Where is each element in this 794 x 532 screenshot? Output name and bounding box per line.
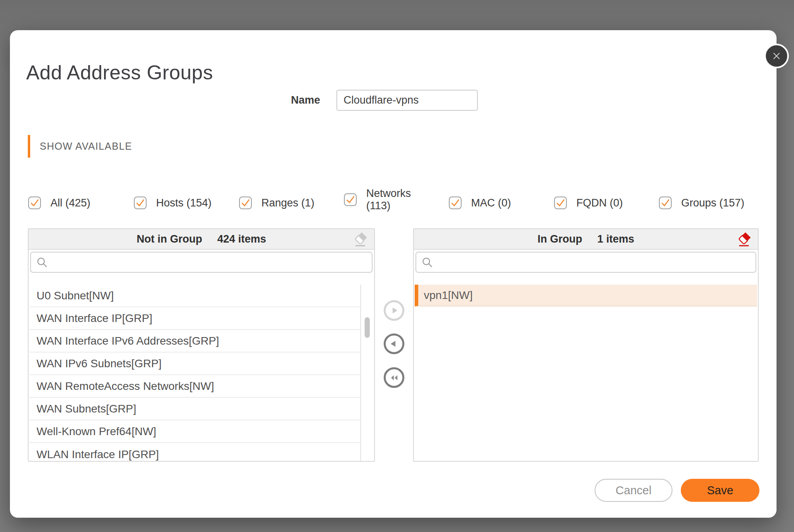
filter-checkbox-all[interactable] bbox=[28, 197, 41, 209]
in-group-panel: In Group 1 items bbox=[413, 228, 759, 462]
list-item[interactable]: Well-Known Pref64[NW] bbox=[29, 420, 360, 443]
show-available-section: SHOW AVAILABLE bbox=[28, 135, 132, 158]
list-item[interactable]: WAN RemoteAccess Networks[NW] bbox=[29, 375, 360, 398]
close-icon bbox=[771, 51, 782, 61]
eraser-icon bbox=[352, 230, 369, 248]
filter-checkbox-hosts[interactable] bbox=[134, 197, 147, 209]
not-in-group-list: U0 Subnet[NW] WAN Interface IP[GRP] WAN … bbox=[29, 279, 373, 461]
list-item[interactable]: WLAN Interface IP[GRP] bbox=[29, 443, 360, 461]
clear-in-group-button[interactable] bbox=[735, 230, 753, 249]
list-item[interactable]: WAN IPv6 Subnets[GRP] bbox=[29, 353, 360, 375]
orange-checkmark-icon bbox=[555, 198, 566, 208]
search-icon bbox=[421, 256, 434, 269]
clear-not-in-group-button[interactable] bbox=[351, 230, 369, 249]
filter-checkbox-groups[interactable] bbox=[659, 197, 672, 209]
list-item[interactable]: WAN Interface IPv6 Addresses[GRP] bbox=[29, 330, 360, 353]
filter-label: Hosts (154) bbox=[156, 197, 212, 209]
in-group-search-input[interactable] bbox=[438, 253, 751, 272]
save-button[interactable]: Save bbox=[681, 479, 759, 502]
filter-hosts[interactable]: Hosts (154) bbox=[134, 191, 212, 215]
panel-title: In Group bbox=[537, 233, 582, 245]
orange-checkmark-icon bbox=[29, 198, 40, 208]
filter-groups[interactable]: Groups (157) bbox=[659, 191, 744, 215]
filter-networks[interactable]: Networks(113) bbox=[344, 184, 411, 215]
filter-label: FQDN (0) bbox=[576, 197, 623, 209]
panel-item-count: 424 items bbox=[217, 233, 266, 245]
move-to-group-button[interactable] bbox=[384, 300, 404, 321]
filter-label: MAC (0) bbox=[471, 197, 511, 209]
scrollbar-thumb[interactable] bbox=[365, 317, 370, 338]
filter-mac[interactable]: MAC (0) bbox=[449, 191, 511, 215]
filter-label: Networks(113) bbox=[366, 187, 411, 212]
name-label: Name bbox=[232, 90, 320, 110]
close-button[interactable] bbox=[764, 44, 789, 68]
not-in-group-header: Not in Group 424 items bbox=[29, 229, 374, 250]
list-item[interactable]: WAN Interface IP[GRP] bbox=[29, 307, 360, 330]
add-address-groups-dialog: Add Address Groups Name SHOW AVAILABLE A… bbox=[10, 30, 777, 518]
section-title: SHOW AVAILABLE bbox=[40, 135, 132, 158]
orange-checkmark-icon bbox=[660, 198, 670, 208]
panel-item-count: 1 items bbox=[597, 233, 634, 245]
filter-checkbox-fqdn[interactable] bbox=[554, 197, 567, 209]
list-item-selected[interactable]: vpn1[NW] bbox=[415, 285, 757, 306]
list-item[interactable]: WAN Subnets[GRP] bbox=[29, 398, 360, 420]
scrollbar-track[interactable] bbox=[360, 285, 373, 461]
section-accent-bar bbox=[28, 135, 30, 158]
arrow-left-icon bbox=[389, 339, 399, 349]
orange-checkmark-icon bbox=[345, 195, 355, 205]
filter-checkbox-networks[interactable] bbox=[344, 193, 357, 206]
in-group-list: vpn1[NW] bbox=[415, 279, 757, 461]
panel-title: Not in Group bbox=[137, 233, 202, 245]
list-item[interactable]: U0 Subnet[NW] bbox=[29, 285, 360, 307]
eraser-icon-red bbox=[735, 230, 753, 248]
arrow-right-icon bbox=[389, 305, 399, 316]
filter-all[interactable]: All (425) bbox=[28, 191, 91, 215]
in-group-header: In Group 1 items bbox=[414, 229, 758, 250]
orange-checkmark-icon bbox=[240, 198, 251, 208]
double-arrow-left-icon bbox=[389, 372, 400, 383]
orange-checkmark-icon bbox=[135, 198, 145, 208]
not-in-group-search-input[interactable] bbox=[52, 253, 367, 272]
remove-all-from-group-button[interactable] bbox=[384, 367, 404, 388]
filter-label: Ranges (1) bbox=[261, 197, 315, 209]
filter-label: All (425) bbox=[50, 197, 91, 209]
orange-checkmark-icon bbox=[450, 198, 460, 208]
modal-backdrop: Add Address Groups Name SHOW AVAILABLE A… bbox=[0, 0, 794, 532]
filter-checkbox-ranges[interactable] bbox=[239, 197, 252, 209]
filter-ranges[interactable]: Ranges (1) bbox=[239, 191, 315, 215]
name-input[interactable] bbox=[336, 90, 478, 111]
remove-from-group-button[interactable] bbox=[384, 333, 404, 354]
filter-checkbox-mac[interactable] bbox=[449, 197, 462, 209]
filter-label: Groups (157) bbox=[681, 197, 744, 209]
dialog-title: Add Address Groups bbox=[26, 61, 213, 84]
search-icon bbox=[36, 256, 48, 269]
cancel-button[interactable]: Cancel bbox=[595, 479, 672, 502]
filter-fqdn[interactable]: FQDN (0) bbox=[554, 191, 623, 215]
in-group-search bbox=[415, 252, 756, 273]
not-in-group-panel: Not in Group 424 items bbox=[28, 228, 375, 462]
not-in-group-search bbox=[30, 252, 373, 273]
